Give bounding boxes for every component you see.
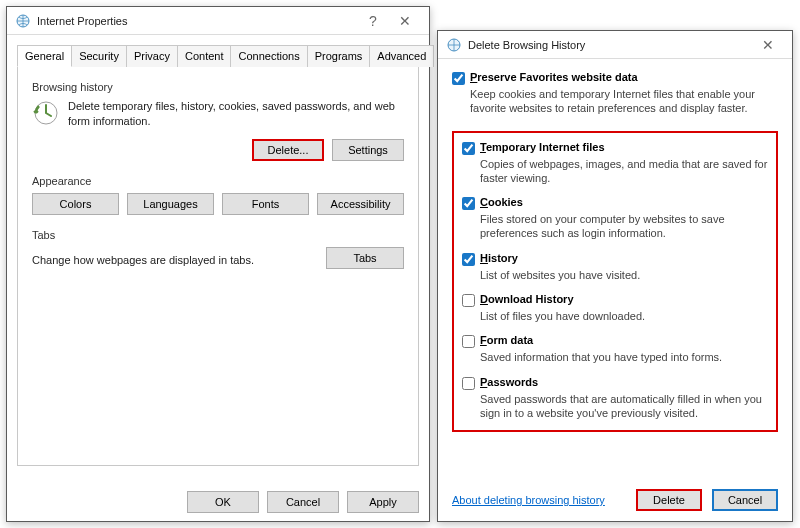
form-data-desc: Saved information that you have typed in… bbox=[480, 350, 768, 364]
tab-label: Connections bbox=[238, 50, 299, 62]
button-label: Delete... bbox=[268, 144, 309, 156]
tab-security[interactable]: Security bbox=[71, 45, 127, 67]
form-data-label: Form data bbox=[480, 334, 533, 346]
cookies-label: Cookies bbox=[480, 196, 523, 208]
tab-label: Programs bbox=[315, 50, 363, 62]
ip-tabs: General Security Privacy Content Connect… bbox=[17, 45, 419, 67]
tabs-group-label: Tabs bbox=[32, 229, 404, 241]
option-download-history: Download History List of files you have … bbox=[462, 293, 768, 323]
colors-button[interactable]: Colors bbox=[32, 193, 119, 215]
option-form-data: Form data Saved information that you hav… bbox=[462, 334, 768, 364]
tab-label: Privacy bbox=[134, 50, 170, 62]
appearance-group-label: Appearance bbox=[32, 175, 404, 187]
button-label: OK bbox=[215, 496, 231, 508]
tabs-group: Tabs Change how webpages are displayed i… bbox=[32, 229, 404, 269]
tab-general[interactable]: General bbox=[17, 45, 72, 67]
browsing-history-group-label: Browsing history bbox=[32, 81, 404, 93]
highlighted-options-block: Temporary Internet files Copies of webpa… bbox=[452, 131, 778, 433]
option-preserve-favorites: Preserve Favorites website data Keep coo… bbox=[452, 71, 778, 116]
close-button[interactable]: ✕ bbox=[389, 10, 421, 32]
download-history-label: Download History bbox=[480, 293, 574, 305]
languages-button[interactable]: Languages bbox=[127, 193, 214, 215]
about-deleting-link[interactable]: About deleting browsing history bbox=[452, 494, 626, 506]
close-button[interactable]: ✕ bbox=[752, 34, 784, 56]
preserve-favorites-desc: Keep cookies and temporary Internet file… bbox=[470, 87, 778, 116]
tab-label: Security bbox=[79, 50, 119, 62]
history-desc: List of websites you have visited. bbox=[480, 268, 768, 282]
button-label: Cancel bbox=[728, 494, 762, 506]
ok-button[interactable]: OK bbox=[187, 491, 259, 513]
preserve-favorites-label: Preserve Favorites website data bbox=[470, 71, 638, 83]
cancel-button[interactable]: Cancel bbox=[267, 491, 339, 513]
option-history: History List of websites you have visite… bbox=[462, 252, 768, 282]
option-temporary-files: Temporary Internet files Copies of webpa… bbox=[462, 141, 768, 186]
button-label: Accessibility bbox=[331, 198, 391, 210]
internet-options-icon bbox=[15, 13, 31, 29]
button-label: Fonts bbox=[252, 198, 280, 210]
option-cookies: Cookies Files stored on your computer by… bbox=[462, 196, 768, 241]
tab-advanced[interactable]: Advanced bbox=[369, 45, 434, 67]
tab-label: Content bbox=[185, 50, 224, 62]
ip-footer: OK Cancel Apply bbox=[187, 491, 419, 513]
button-label: Tabs bbox=[353, 252, 376, 264]
tab-label: General bbox=[25, 50, 64, 62]
tab-programs[interactable]: Programs bbox=[307, 45, 371, 67]
browsing-history-desc: Delete temporary files, history, cookies… bbox=[68, 99, 404, 129]
passwords-checkbox[interactable] bbox=[462, 377, 475, 390]
button-label: Apply bbox=[369, 496, 397, 508]
button-label: Colors bbox=[60, 198, 92, 210]
history-settings-button[interactable]: Settings bbox=[332, 139, 404, 161]
passwords-label: Passwords bbox=[480, 376, 538, 388]
dbh-title: Delete Browsing History bbox=[468, 39, 752, 51]
temporary-files-desc: Copies of webpages, images, and media th… bbox=[480, 157, 768, 186]
history-label: History bbox=[480, 252, 518, 264]
cookies-checkbox[interactable] bbox=[462, 197, 475, 210]
appearance-group: Appearance Colors Languages Fonts Access… bbox=[32, 175, 404, 215]
accessibility-button[interactable]: Accessibility bbox=[317, 193, 404, 215]
preserve-favorites-checkbox[interactable] bbox=[452, 72, 465, 85]
button-label: Cancel bbox=[286, 496, 320, 508]
dbh-footer: About deleting browsing history Delete C… bbox=[452, 489, 778, 511]
tab-connections[interactable]: Connections bbox=[230, 45, 307, 67]
button-label: Delete bbox=[653, 494, 685, 506]
ip-titlebar: Internet Properties ? ✕ bbox=[7, 7, 429, 35]
delete-browsing-history-window: Delete Browsing History ✕ Preserve Favor… bbox=[437, 30, 793, 522]
delete-button[interactable]: Delete bbox=[636, 489, 702, 511]
general-tab-panel: Browsing history Delete temporary files,… bbox=[17, 66, 419, 466]
download-history-checkbox[interactable] bbox=[462, 294, 475, 307]
tab-privacy[interactable]: Privacy bbox=[126, 45, 178, 67]
history-clock-icon bbox=[32, 99, 60, 127]
apply-button[interactable]: Apply bbox=[347, 491, 419, 513]
delete-history-button[interactable]: Delete... bbox=[252, 139, 324, 161]
option-passwords: Passwords Saved passwords that are autom… bbox=[462, 376, 768, 421]
ip-title: Internet Properties bbox=[37, 15, 357, 27]
browsing-history-group: Browsing history Delete temporary files,… bbox=[32, 81, 404, 161]
button-label: Languages bbox=[143, 198, 197, 210]
fonts-button[interactable]: Fonts bbox=[222, 193, 309, 215]
form-data-checkbox[interactable] bbox=[462, 335, 475, 348]
internet-properties-window: Internet Properties ? ✕ General Security… bbox=[6, 6, 430, 522]
button-label: Settings bbox=[348, 144, 388, 156]
tab-content[interactable]: Content bbox=[177, 45, 232, 67]
download-history-desc: List of files you have downloaded. bbox=[480, 309, 768, 323]
tabs-settings-button[interactable]: Tabs bbox=[326, 247, 404, 269]
temporary-files-label: Temporary Internet files bbox=[480, 141, 605, 153]
tabs-desc: Change how webpages are displayed in tab… bbox=[32, 254, 326, 266]
tab-label: Advanced bbox=[377, 50, 426, 62]
history-checkbox[interactable] bbox=[462, 253, 475, 266]
cancel-button[interactable]: Cancel bbox=[712, 489, 778, 511]
passwords-desc: Saved passwords that are automatically f… bbox=[480, 392, 768, 421]
help-button[interactable]: ? bbox=[357, 10, 389, 32]
dbh-titlebar: Delete Browsing History ✕ bbox=[438, 31, 792, 59]
cookies-desc: Files stored on your computer by website… bbox=[480, 212, 768, 241]
internet-options-icon bbox=[446, 37, 462, 53]
temporary-files-checkbox[interactable] bbox=[462, 142, 475, 155]
